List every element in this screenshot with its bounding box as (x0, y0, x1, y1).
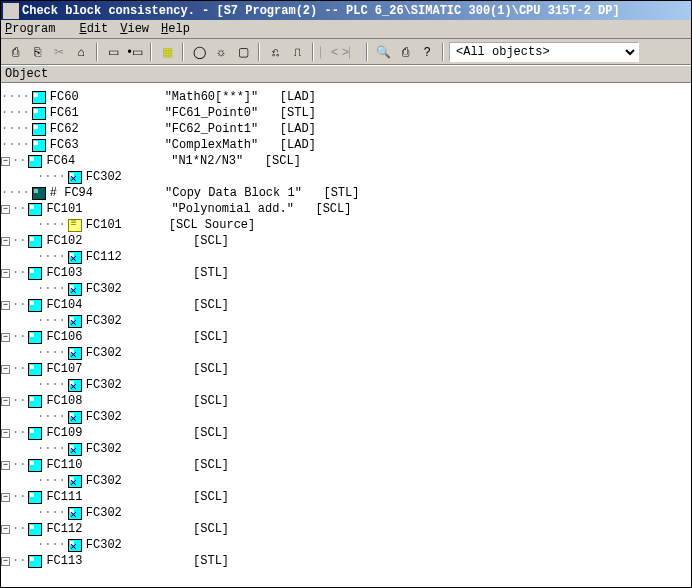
tree-row[interactable]: ····FC302 (1, 313, 691, 329)
node-lang: [STL] (193, 554, 229, 568)
tree-row[interactable]: −··FC110 [SCL] (1, 457, 691, 473)
tree-row[interactable]: −··FC106 [SCL] (1, 329, 691, 345)
node-name: FC302 (86, 410, 122, 424)
block-x-icon (68, 251, 82, 264)
collapse-icon[interactable]: − (1, 237, 10, 246)
collapse-icon[interactable]: − (1, 429, 10, 438)
collapse-icon[interactable]: − (1, 301, 10, 310)
tree-row[interactable]: ····FC302 (1, 505, 691, 521)
node-name: FC302 (86, 170, 122, 184)
node-name: FC103 (46, 266, 82, 280)
tree-row[interactable]: ····FC302 (1, 537, 691, 553)
node-name: FC302 (86, 442, 122, 456)
tree-row[interactable]: ····FC112 (1, 249, 691, 265)
tb-btn-12[interactable]: ⎍ (287, 42, 307, 62)
tb-btn-2[interactable]: ⎘ (27, 42, 47, 62)
tree-row[interactable]: −··FC101"Polynomial add." [SCL] (1, 201, 691, 217)
tb-btn-9[interactable]: ☼ (211, 42, 231, 62)
tree-row[interactable]: −··FC103 [STL] (1, 265, 691, 281)
tree-row[interactable]: −··FC107 [SCL] (1, 361, 691, 377)
node-name: FC60 (50, 90, 79, 104)
collapse-icon[interactable]: − (1, 365, 10, 374)
last-icon[interactable]: >⎸ (341, 42, 361, 62)
tree-row[interactable]: ····FC302 (1, 377, 691, 393)
dark-icon (32, 187, 46, 200)
tree-row[interactable]: −··FC102 [SCL] (1, 233, 691, 249)
block-icon (28, 155, 42, 168)
node-name: FC302 (86, 346, 122, 360)
first-icon[interactable]: ⎸< (319, 42, 339, 62)
tree-row[interactable]: −··FC109 [SCL] (1, 425, 691, 441)
tree-row[interactable]: ····FC62"FC62_Point1" [LAD] (1, 121, 691, 137)
tree-row[interactable]: ····FC302 (1, 345, 691, 361)
tree-row[interactable]: −··FC104 [SCL] (1, 297, 691, 313)
node-name: FC107 (46, 362, 82, 376)
node-name: FC101 (86, 218, 122, 232)
tb-btn-11[interactable]: ⎌ (265, 42, 285, 62)
separator (258, 43, 260, 61)
node-name: FC302 (86, 378, 122, 392)
tb-btn-10[interactable]: ▢ (233, 42, 253, 62)
node-name: FC302 (86, 506, 122, 520)
filter-combo[interactable]: <All objects> (449, 42, 639, 62)
tree-view[interactable]: ····FC60"Math60[***]" [LAD]····FC61"FC61… (1, 83, 691, 587)
node-desc: [SCL Source] (169, 218, 255, 232)
collapse-icon[interactable]: − (1, 205, 10, 214)
cut-icon[interactable]: ✂ (49, 42, 69, 62)
collapse-icon[interactable]: − (1, 157, 10, 166)
block-icon (28, 523, 42, 536)
tb-btn-6[interactable]: •▭ (125, 42, 145, 62)
menu-help[interactable]: Help (161, 22, 190, 36)
collapse-icon[interactable]: − (1, 333, 10, 342)
tree-row[interactable]: ····FC302 (1, 169, 691, 185)
tree-row[interactable]: −··FC111 [SCL] (1, 489, 691, 505)
src-icon (68, 219, 82, 232)
separator (182, 43, 184, 61)
collapse-icon[interactable]: − (1, 525, 10, 534)
collapse-icon[interactable]: − (1, 269, 10, 278)
block-x-icon (68, 283, 82, 296)
collapse-icon[interactable]: − (1, 557, 10, 566)
node-desc: "Copy Data Block 1" (165, 186, 302, 200)
menu-view[interactable]: View (120, 22, 149, 36)
collapse-icon[interactable]: − (1, 461, 10, 470)
node-lang: [LAD] (280, 138, 316, 152)
column-object: Object (5, 67, 48, 81)
find-icon[interactable]: 🔍 (373, 42, 393, 62)
collapse-icon[interactable]: − (1, 493, 10, 502)
node-lang: [SCL] (193, 234, 229, 248)
tree-row[interactable]: ····FC63"ComplexMath" [LAD] (1, 137, 691, 153)
node-lang: [SCL] (193, 426, 229, 440)
block-icon (28, 203, 42, 216)
tree-row[interactable]: ····FC302 (1, 281, 691, 297)
tree-row[interactable]: ····FC302 (1, 441, 691, 457)
block-x-icon (68, 379, 82, 392)
tree-row[interactable]: ····FC302 (1, 409, 691, 425)
block-icon (32, 91, 46, 104)
tb-btn-8[interactable]: ◯ (189, 42, 209, 62)
tb-btn-1[interactable]: ⎙ (5, 42, 25, 62)
tb-btn-7[interactable]: ▦ (157, 42, 177, 62)
tree-row[interactable]: ····FC61"FC61_Point0" [STL] (1, 105, 691, 121)
tb-btn-4[interactable]: ⌂ (71, 42, 91, 62)
print-icon[interactable]: ⎙ (395, 42, 415, 62)
menu-program[interactable]: Program (5, 22, 67, 36)
tree-row[interactable]: −··FC64"N1*N2/N3" [SCL] (1, 153, 691, 169)
block-icon (28, 459, 42, 472)
tb-btn-5[interactable]: ▭ (103, 42, 123, 62)
help-icon[interactable]: ? (417, 42, 437, 62)
node-lang: [STL] (193, 266, 229, 280)
tree-row[interactable]: −··FC108 [SCL] (1, 393, 691, 409)
block-icon (28, 363, 42, 376)
node-name: FC112 (46, 522, 82, 536)
block-icon (32, 139, 46, 152)
tree-row[interactable]: ····FC302 (1, 473, 691, 489)
tree-row[interactable]: ····FC60"Math60[***]" [LAD] (1, 89, 691, 105)
tree-row[interactable]: −··FC113 [STL] (1, 553, 691, 569)
tree-row[interactable]: ····# FC94"Copy Data Block 1" [STL] (1, 185, 691, 201)
collapse-icon[interactable]: − (1, 397, 10, 406)
node-desc: "FC62_Point1" (165, 122, 259, 136)
menu-edit[interactable]: Edit (79, 22, 108, 36)
tree-row[interactable]: ····FC101[SCL Source] (1, 217, 691, 233)
tree-row[interactable]: −··FC112 [SCL] (1, 521, 691, 537)
